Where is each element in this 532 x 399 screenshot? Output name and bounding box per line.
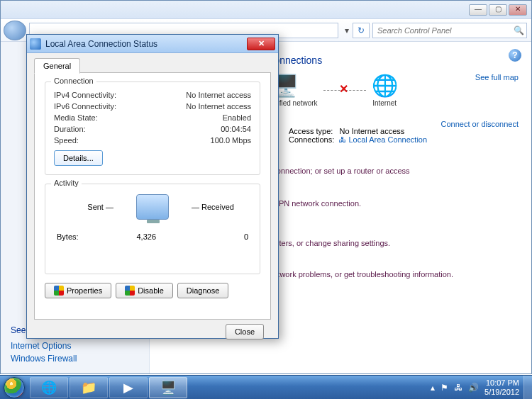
activity-group-title: Activity [51, 179, 82, 187]
properties-button[interactable]: Properties [45, 283, 111, 298]
duration-value: 00:04:54 [221, 125, 251, 133]
duration-label: Duration: [54, 125, 86, 133]
taskbar-explorer[interactable]: 📁 [70, 377, 108, 398]
media-state-label: Media State: [54, 113, 98, 122]
ipv4-label: IPv4 Connectivity: [54, 91, 116, 99]
shield-icon [54, 286, 64, 296]
help-icon[interactable]: ? [509, 49, 521, 62]
details-button[interactable]: Details... [54, 150, 103, 166]
globe-icon: 🌐 [372, 73, 398, 98]
connection-status-dialog: Local Area Connection Status ✕ General C… [26, 34, 279, 339]
activity-computer-icon [136, 194, 169, 220]
taskbar-ie[interactable]: 🌐 [30, 377, 68, 398]
tray-flag-icon[interactable]: ⚑ [440, 383, 448, 393]
see-full-map-link[interactable]: See full map [475, 73, 519, 82]
bytes-received-value: 0 [199, 232, 248, 241]
sent-label: Sent — [57, 203, 113, 211]
adapter-icon [30, 38, 41, 50]
minimize-button[interactable]: — [469, 4, 487, 16]
network-node-internet[interactable]: 🌐 Internet [372, 73, 398, 107]
diagnose-button[interactable]: Diagnose [177, 283, 228, 298]
tray-network-icon[interactable]: 🖧 [454, 383, 462, 393]
search-input[interactable] [373, 26, 511, 35]
windows-orb-icon [4, 377, 25, 398]
speed-label: Speed: [54, 136, 79, 145]
connect-or-disconnect-link[interactable]: Connect or disconnect [441, 120, 519, 128]
ipv6-label: IPv6 Connectivity: [54, 102, 116, 111]
bytes-sent-value: 4,326 [106, 232, 156, 241]
media-state-value: Enabled [223, 113, 251, 122]
connections-label: Connections: [289, 135, 334, 144]
show-desktop-button[interactable] [523, 376, 532, 400]
tab-general[interactable]: General [34, 58, 80, 74]
shield-icon [125, 286, 135, 296]
taskbar-media-player[interactable]: ▶ [109, 377, 148, 398]
maximize-button[interactable]: ▢ [489, 4, 507, 16]
access-type-value: No Internet access [340, 127, 405, 135]
disable-button[interactable]: Disable [116, 283, 173, 298]
system-tray: ▴ ⚑ 🖧 🔊 10:07 PM 5/19/2012 [431, 378, 523, 397]
connection-group: Connection IPv4 Connectivity:No Internet… [45, 82, 260, 175]
tray-clock[interactable]: 10:07 PM 5/19/2012 [484, 378, 519, 397]
disconnected-x-icon: ✕ [339, 82, 348, 96]
dialog-titlebar[interactable]: Local Area Connection Status ✕ [27, 35, 278, 53]
speed-value: 100.0 Mbps [211, 136, 251, 145]
dialog-close-button[interactable]: ✕ [247, 38, 275, 50]
action-buttons: Properties Disable Diagnose [45, 283, 260, 298]
access-type-label: Access type: [289, 127, 333, 135]
tab-pane-general: Connection IPv4 Connectivity:No Internet… [34, 73, 271, 320]
window-close-button[interactable]: ✕ [509, 4, 527, 16]
tray-chevron-icon[interactable]: ▴ [431, 383, 435, 393]
taskbar-control-panel[interactable]: 🖥️ [149, 377, 187, 398]
tray-volume-icon[interactable]: 🔊 [468, 383, 479, 393]
ipv6-value: No Internet access [186, 102, 251, 111]
window-titlebar: — ▢ ✕ [1, 1, 531, 19]
map-line: ✕ [323, 90, 366, 91]
tray-time: 10:07 PM [484, 378, 519, 388]
adapter-mini-icon: 🖧 [338, 135, 346, 144]
sidebar-link-windows-firewall[interactable]: Windows Firewall [11, 352, 139, 365]
ipv4-value: No Internet access [186, 91, 251, 99]
search-icon[interactable]: 🔍 [511, 26, 526, 35]
dialog-title: Local Area Connection Status [45, 39, 247, 49]
breadcrumb-dropdown[interactable]: ▾ [341, 26, 353, 35]
connection-group-title: Connection [51, 77, 96, 85]
activity-group: Activity Sent — — Received Bytes: 4,326 … [45, 184, 260, 274]
refresh-button[interactable]: ↻ [353, 23, 370, 38]
tab-row: General [34, 57, 271, 73]
bytes-label: Bytes: [57, 232, 99, 241]
tray-date: 5/19/2012 [484, 388, 519, 397]
close-button[interactable]: Close [226, 324, 264, 339]
taskbar: 🌐 📁 ▶ 🖥️ ▴ ⚑ 🖧 🔊 10:07 PM 5/19/2012 [0, 375, 532, 399]
start-button[interactable] [0, 376, 28, 400]
received-label: — Received [192, 203, 248, 211]
back-button[interactable] [4, 21, 26, 40]
connection-link[interactable]: Local Area Connection [348, 135, 427, 144]
search-box[interactable]: 🔍 [372, 23, 527, 38]
